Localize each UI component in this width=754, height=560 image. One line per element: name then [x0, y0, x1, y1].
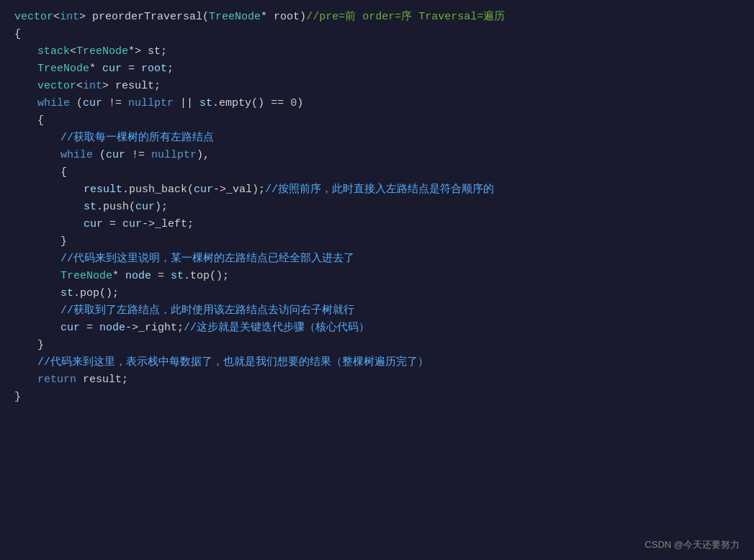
code-token: {	[60, 164, 67, 181]
code-token: *>	[128, 43, 141, 60]
code-line: stack<TreeNode*> st;	[14, 43, 740, 60]
code-token: //获取到了左路结点，此时使用该左路结点去访问右子树就行	[60, 302, 354, 320]
code-token: cur	[135, 199, 155, 216]
code-token: vector	[14, 9, 53, 26]
code-token: !=	[102, 95, 128, 112]
code-line: }	[14, 337, 740, 354]
code-token: )	[197, 147, 203, 164]
code-token: //这步就是关键迭代步骤（核心代码）	[184, 320, 369, 337]
code-token: )	[297, 95, 303, 112]
watermark: CSDN @今天还要努力	[645, 538, 740, 553]
code-token: }	[14, 389, 21, 406]
code-token: result;	[76, 371, 128, 389]
code-token: cur	[83, 95, 102, 112]
code-line: result.push_back(cur->_val);//按照前序，此时直接入…	[14, 181, 740, 199]
code-token: int	[60, 9, 79, 26]
code-line: while (cur != nullptr),	[14, 147, 740, 164]
code-line: {	[14, 26, 740, 43]
code-token: st	[60, 285, 73, 302]
code-token: <	[76, 78, 83, 95]
code-token: {	[37, 112, 44, 130]
code-token: root	[141, 60, 167, 78]
code-token: TreeNode	[209, 9, 261, 26]
code-line: //代码来到这里，表示栈中每数据了，也就是我们想要的结果（整棵树遍历完了）	[14, 354, 740, 371]
code-token: ->_right;	[125, 320, 184, 337]
code-token: <	[53, 9, 60, 26]
code-token: TreeNode	[76, 43, 128, 60]
code-token: =	[80, 320, 99, 337]
code-line: {	[14, 112, 740, 130]
code-token: .empty()	[212, 95, 264, 112]
code-line: return result;	[14, 371, 740, 389]
code-token: cur	[122, 216, 142, 233]
code-token: TreeNode	[60, 268, 112, 285]
code-token: nullptr	[128, 95, 174, 112]
code-token: );	[155, 199, 168, 216]
code-token: vector	[37, 78, 76, 95]
code-line: //获取到了左路结点，此时使用该左路结点去访问右子树就行	[14, 302, 740, 320]
code-line: //获取每一棵树的所有左路结点	[14, 130, 740, 147]
code-token: //获取每一棵树的所有左路结点	[60, 130, 214, 147]
code-token: ||	[174, 95, 199, 112]
code-token: .push(	[97, 199, 135, 216]
code-line: st.push(cur);	[14, 199, 740, 216]
code-token: int	[83, 78, 102, 95]
code-token: =	[122, 60, 141, 78]
code-line: }	[14, 233, 740, 250]
code-token: cur	[106, 147, 125, 164]
code-token: !=	[125, 147, 151, 164]
code-line: while (cur != nullptr || st.empty() == 0…	[14, 95, 740, 112]
code-token: (	[70, 95, 83, 112]
code-token: ;	[167, 60, 174, 78]
code-token: result;	[109, 78, 161, 95]
code-line: }	[14, 389, 740, 406]
code-token: =	[103, 216, 122, 233]
code-token: *	[112, 268, 125, 285]
code-token: .pop();	[73, 285, 119, 302]
code-line: st.pop();	[14, 285, 740, 302]
code-token: ->_val);	[213, 181, 265, 199]
code-token: ,	[203, 147, 210, 164]
code-token: =	[151, 268, 171, 285]
code-token: st	[171, 268, 184, 285]
code-token: >	[79, 9, 86, 26]
code-line: TreeNode* cur = root;	[14, 60, 740, 78]
code-token: //按照前序，此时直接入左路结点是符合顺序的	[265, 181, 494, 199]
code-token: st	[199, 95, 212, 112]
code-token: node	[125, 268, 151, 285]
code-token: stack	[37, 43, 70, 60]
code-token: cur	[194, 181, 213, 199]
code-token: //pre=前 order=序 Traversal=遍历	[306, 9, 505, 26]
code-token: *	[89, 60, 102, 78]
code-line: cur = cur->_left;	[14, 216, 740, 233]
code-token: preorderTraversal(	[86, 9, 209, 26]
code-token: return	[37, 371, 76, 389]
code-token: * root)	[261, 9, 306, 26]
code-token: st	[84, 199, 97, 216]
code-token: st;	[141, 43, 167, 60]
code-line: {	[14, 164, 740, 181]
code-token: TreeNode	[37, 60, 89, 78]
code-token: }	[37, 337, 44, 354]
code-token: (	[93, 147, 106, 164]
code-token: result	[84, 181, 122, 199]
code-line: cur = node->_right;//这步就是关键迭代步骤（核心代码）	[14, 320, 740, 337]
code-token: ==	[264, 95, 290, 112]
code-container: vector<int> preorderTraversal(TreeNode* …	[0, 0, 754, 560]
code-token: cur	[102, 60, 122, 78]
code-token: }	[60, 233, 67, 250]
code-token: //代码来到这里，表示栈中每数据了，也就是我们想要的结果（整棵树遍历完了）	[37, 354, 428, 371]
code-token: 0	[290, 95, 297, 112]
code-token: cur	[60, 320, 80, 337]
code-token: nullptr	[151, 147, 197, 164]
code-token: node	[99, 320, 125, 337]
code-token: while	[37, 95, 70, 112]
code-block: vector<int> preorderTraversal(TreeNode* …	[14, 9, 740, 406]
code-token: while	[60, 147, 93, 164]
code-token: //代码来到这里说明，某一棵树的左路结点已经全部入进去了	[60, 250, 354, 268]
code-token: ->_left;	[142, 216, 194, 233]
code-token: cur	[84, 216, 103, 233]
code-token: .top();	[184, 268, 229, 285]
code-line: TreeNode* node = st.top();	[14, 268, 740, 285]
code-line: //代码来到这里说明，某一棵树的左路结点已经全部入进去了	[14, 250, 740, 268]
